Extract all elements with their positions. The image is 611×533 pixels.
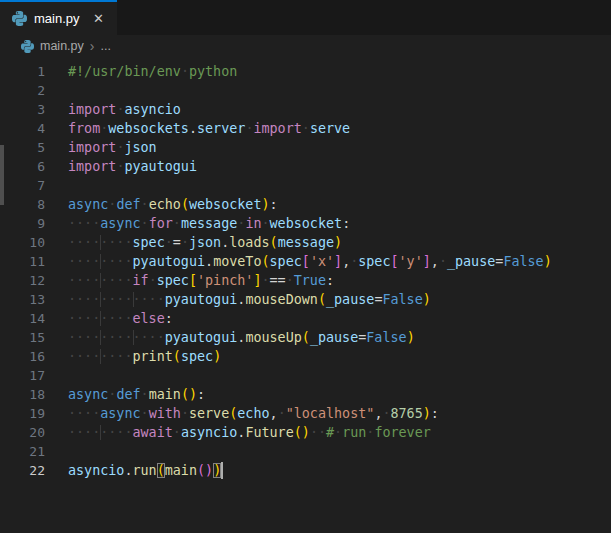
python-file-icon — [21, 40, 34, 53]
line-number[interactable]: 13 — [0, 290, 45, 309]
tab-main-py[interactable]: main.py ✕ — [0, 0, 117, 35]
tab-bar: main.py ✕ — [0, 0, 611, 35]
indent-guide: ···· — [133, 330, 165, 345]
code-text: asyncio.run(main()) — [68, 461, 223, 480]
indent: ···· — [68, 406, 100, 421]
line-number[interactable]: 18 — [0, 385, 45, 404]
line-number[interactable]: 22 — [0, 461, 45, 480]
code-text: async·def·echo(websocket): — [68, 195, 278, 214]
line-number[interactable]: 14 — [0, 309, 45, 328]
indent-guide: ···· — [100, 235, 132, 250]
line-number[interactable]: 21 — [0, 442, 45, 461]
code-text: ········pyautogui.moveTo(spec['x'],·spec… — [68, 252, 552, 271]
code-line[interactable]: 12········if·spec['pinch']·==·True: — [0, 271, 611, 290]
tab-label: main.py — [34, 11, 83, 26]
code-text: async·def·main(): — [68, 385, 205, 404]
indent: ···· — [68, 330, 100, 345]
line-number[interactable]: 7 — [0, 176, 45, 195]
line-number[interactable]: 12 — [0, 271, 45, 290]
code-text: ············pyautogui.mouseDown(_pause=F… — [68, 290, 431, 309]
text-cursor — [221, 462, 223, 479]
code-line[interactable]: 20········await·asyncio.Future()··#·run·… — [0, 423, 611, 442]
breadcrumb-more[interactable]: ... — [100, 39, 110, 53]
code-line[interactable]: 13············pyautogui.mouseDown(_pause… — [0, 290, 611, 309]
line-number[interactable]: 15 — [0, 328, 45, 347]
code-text: import·json — [68, 138, 157, 157]
line-number[interactable]: 5 — [0, 138, 45, 157]
indent-guide: ···· — [100, 349, 132, 364]
code-text: from·websockets.server·import·serve — [68, 119, 350, 138]
code-line[interactable]: 17 — [0, 366, 611, 385]
line-number[interactable]: 1 — [0, 62, 45, 81]
code-line[interactable]: 6import·pyautogui — [0, 157, 611, 176]
indent: ···· — [68, 216, 100, 231]
breadcrumb-file[interactable]: main.py — [40, 39, 84, 53]
code-text: ····async·with·serve(echo,·"localhost",·… — [68, 404, 439, 423]
code-line[interactable]: 11········pyautogui.moveTo(spec['x'],·sp… — [0, 252, 611, 271]
indent: ···· — [68, 349, 100, 364]
code-line[interactable]: 3import·asyncio — [0, 100, 611, 119]
code-line[interactable]: 16········print(spec) — [0, 347, 611, 366]
line-number[interactable]: 19 — [0, 404, 45, 423]
line-number[interactable]: 4 — [0, 119, 45, 138]
indent-guide: ···· — [100, 425, 132, 440]
indent: ···· — [68, 311, 100, 326]
line-number[interactable]: 6 — [0, 157, 45, 176]
line-number[interactable]: 20 — [0, 423, 45, 442]
code-line[interactable]: 22asyncio.run(main()) — [0, 461, 611, 480]
indent: ···· — [68, 254, 100, 269]
code-line[interactable]: 1#!/usr/bin/env·python — [0, 62, 611, 81]
indent: ···· — [68, 292, 100, 307]
indent-guide: ···· — [100, 330, 132, 345]
indent-guide: ···· — [100, 254, 132, 269]
indent: ···· — [68, 273, 100, 288]
indent-guide: ···· — [100, 311, 132, 326]
code-text: import·asyncio — [68, 100, 181, 119]
line-number[interactable]: 16 — [0, 347, 45, 366]
code-line[interactable]: 5import·json — [0, 138, 611, 157]
code-text: ········print(spec) — [68, 347, 221, 366]
code-line[interactable]: 7 — [0, 176, 611, 195]
indent-guide: ···· — [100, 273, 132, 288]
line-number[interactable]: 3 — [0, 100, 45, 119]
line-number[interactable]: 2 — [0, 81, 45, 100]
indent-guide: ···· — [100, 292, 132, 307]
code-line[interactable]: 2 — [0, 81, 611, 100]
close-icon[interactable]: ✕ — [90, 10, 107, 27]
python-file-icon — [12, 11, 27, 26]
line-number[interactable]: 11 — [0, 252, 45, 271]
code-text: import·pyautogui — [68, 157, 197, 176]
breadcrumb: main.py › ... — [0, 35, 611, 57]
code-text: ············pyautogui.mouseUp(_pause=Fal… — [68, 328, 415, 347]
code-text: ····async·for·message·in·websocket: — [68, 214, 350, 233]
code-text: ········spec·=·json.loads(message) — [68, 233, 342, 252]
indent-guide: ···· — [133, 292, 165, 307]
code-area[interactable]: 1#!/usr/bin/env·python23import·asyncio4f… — [0, 57, 611, 480]
left-scrollbar-thumb[interactable] — [0, 145, 4, 205]
code-text: ········await·asyncio.Future()··#·run·fo… — [68, 423, 431, 442]
code-line[interactable]: 21 — [0, 442, 611, 461]
code-line[interactable]: 15············pyautogui.mouseUp(_pause=F… — [0, 328, 611, 347]
chevron-right-icon: › — [90, 39, 95, 53]
code-text: ········else: — [68, 309, 173, 328]
indent: ···· — [68, 425, 100, 440]
indent: ···· — [68, 235, 100, 250]
code-line[interactable]: 8async·def·echo(websocket): — [0, 195, 611, 214]
line-number[interactable]: 10 — [0, 233, 45, 252]
code-line[interactable]: 14········else: — [0, 309, 611, 328]
code-text: #!/usr/bin/env·python — [68, 62, 237, 81]
code-line[interactable]: 19····async·with·serve(echo,·"localhost"… — [0, 404, 611, 423]
code-line[interactable]: 4from·websockets.server·import·serve — [0, 119, 611, 138]
code-line[interactable]: 10········spec·=·json.loads(message) — [0, 233, 611, 252]
line-number[interactable]: 9 — [0, 214, 45, 233]
line-number[interactable]: 17 — [0, 366, 45, 385]
code-line[interactable]: 18async·def·main(): — [0, 385, 611, 404]
code-line[interactable]: 9····async·for·message·in·websocket: — [0, 214, 611, 233]
code-text: ········if·spec['pinch']·==·True: — [68, 271, 334, 290]
line-number[interactable]: 8 — [0, 195, 45, 214]
